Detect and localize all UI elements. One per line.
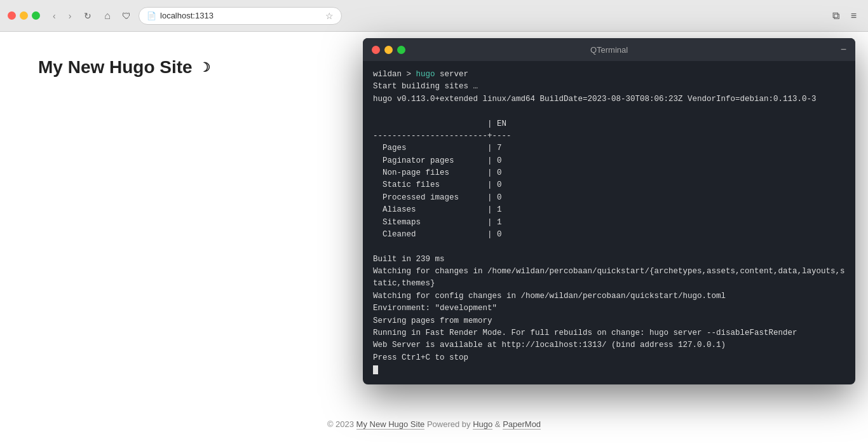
reload-button[interactable]: ↻ — [80, 8, 95, 24]
terminal-maximize-button[interactable] — [397, 46, 405, 54]
close-button[interactable] — [8, 11, 16, 20]
browser-chrome: ‹ › ↻ ⌂ 🛡 📄 ☆ ⧉ ≡ — [0, 0, 868, 32]
terminal-close-button[interactable] — [372, 46, 380, 54]
terminal-titlebar: QTerminal − — [363, 38, 855, 61]
footer-papermod-link[interactable]: PaperMod — [503, 419, 541, 430]
footer-site-link[interactable]: My New Hugo Site — [356, 419, 425, 430]
footer-powered-by: Powered by — [424, 419, 473, 429]
terminal-minimize-button[interactable] — [384, 46, 393, 54]
home-button[interactable]: ⌂ — [100, 8, 114, 24]
footer-hugo-link[interactable]: Hugo — [473, 419, 492, 430]
forward-button[interactable]: › — [65, 8, 76, 24]
site-footer: © 2023 My New Hugo Site Powered by Hugo … — [0, 419, 868, 429]
back-button[interactable]: ‹ — [49, 8, 60, 24]
maximize-button[interactable] — [32, 11, 40, 20]
extensions-button[interactable]: ⧉ — [829, 8, 843, 24]
menu-button[interactable]: ≡ — [847, 8, 860, 24]
moon-icon: ☽ — [199, 60, 210, 75]
shield-icon: 🛡 — [119, 11, 133, 21]
terminal-title: QTerminal — [590, 45, 628, 55]
terminal-output: wildan > hugo server Start building site… — [373, 69, 845, 376]
address-bar[interactable] — [160, 11, 322, 20]
content-area: My New Hugo Site ☽ © 2023 My New Hugo Si… — [0, 32, 868, 448]
footer-copyright: © 2023 — [327, 419, 356, 429]
address-bar-container: 📄 ☆ — [139, 7, 342, 25]
site-title-text: My New Hugo Site — [38, 57, 193, 78]
footer-amp: & — [492, 419, 503, 429]
terminal-traffic-lights — [372, 46, 405, 54]
terminal-window: QTerminal − wildan > hugo server Start b… — [363, 38, 855, 384]
browser-right-controls: ⧉ ≡ — [829, 8, 860, 24]
page-icon: 📄 — [147, 11, 156, 20]
terminal-body[interactable]: wildan > hugo server Start building site… — [363, 61, 855, 384]
terminal-minimize-label[interactable]: − — [841, 44, 846, 55]
minimize-button[interactable] — [20, 11, 28, 20]
traffic-lights — [8, 11, 40, 20]
bookmark-button[interactable]: ☆ — [325, 11, 334, 21]
